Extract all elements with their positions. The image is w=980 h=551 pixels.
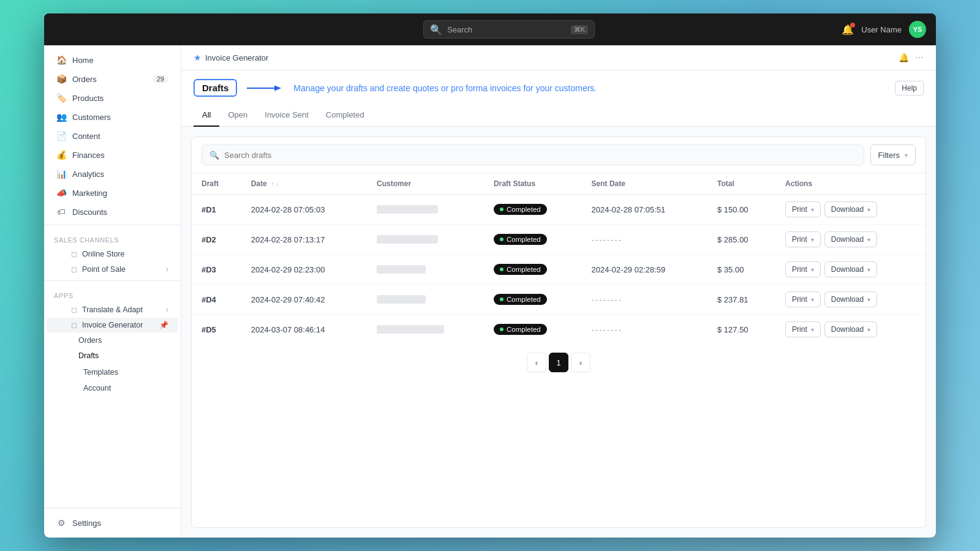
home-icon: 🏠 bbox=[56, 55, 66, 65]
sidebar-item-invoice-generator[interactable]: ◻ Invoice Generator 📌 bbox=[47, 318, 178, 332]
sidebar-item-translate-adapt[interactable]: ◻ Translate & Adapt › bbox=[47, 302, 178, 317]
sort-asc-icon[interactable]: ↑ bbox=[271, 181, 274, 187]
table-body: #D1 2024-02-28 07:05:03 Completed 2024-0… bbox=[192, 195, 925, 345]
draft-actions: Print ▾ Download ▾ bbox=[775, 195, 925, 225]
draft-date: 2024-03-07 08:46:14 bbox=[241, 315, 367, 345]
page-header-left: ★ Invoice Generator bbox=[194, 53, 268, 62]
print-button[interactable]: Print ▾ bbox=[785, 201, 821, 217]
sidebar-item-discounts[interactable]: 🏷 Discounts bbox=[47, 203, 178, 221]
sidebar-item-templates[interactable]: Templates bbox=[44, 364, 181, 380]
draft-status: Completed bbox=[484, 285, 582, 315]
search-input[interactable] bbox=[224, 151, 856, 160]
tab-open[interactable]: Open bbox=[219, 104, 256, 127]
sidebar-item-analytics[interactable]: 📊 Analytics bbox=[47, 165, 178, 183]
sidebar-item-label: Customers bbox=[72, 113, 168, 122]
tab-all[interactable]: All bbox=[194, 104, 219, 127]
status-dot bbox=[500, 298, 503, 301]
filters-button[interactable]: Filters ▾ bbox=[870, 144, 916, 165]
draft-total: $ 237.81 bbox=[707, 285, 775, 315]
sent-date-value: 2024-02-29 02:28:59 bbox=[592, 265, 666, 274]
draft-total: $ 150.00 bbox=[707, 195, 775, 225]
sidebar-item-marketing[interactable]: 📣 Marketing bbox=[47, 184, 178, 202]
download-button[interactable]: Download ▾ bbox=[824, 291, 877, 307]
draft-actions: Print ▾ Download ▾ bbox=[775, 225, 925, 255]
pagination-next[interactable]: › bbox=[571, 353, 590, 372]
search-input-wrap[interactable]: 🔍 bbox=[202, 144, 864, 165]
print-button[interactable]: Print ▾ bbox=[785, 291, 821, 307]
notification-bell[interactable]: 🔔 bbox=[842, 24, 854, 36]
draft-date: 2024-02-28 07:13:17 bbox=[241, 225, 367, 255]
draft-status: Completed bbox=[484, 195, 582, 225]
orders-sub-label: Orders bbox=[78, 336, 102, 345]
pagination-prev[interactable]: ‹ bbox=[527, 353, 546, 372]
draft-id: #D5 bbox=[192, 315, 241, 345]
col-customer: Customer bbox=[367, 173, 484, 195]
draft-customer bbox=[367, 285, 484, 315]
sidebar-item-point-of-sale[interactable]: ◻ Point of Sale › bbox=[47, 262, 178, 277]
sidebar-item-label: Marketing bbox=[72, 189, 168, 198]
sent-date: -------- bbox=[582, 315, 707, 345]
chevron-right-icon-2: › bbox=[166, 305, 168, 314]
sidebar-item-orders[interactable]: 📦 Orders 29 bbox=[47, 70, 178, 88]
sort-icons[interactable]: ↑ ↓ bbox=[271, 181, 279, 187]
sent-date-value: 2024-02-28 07:05:51 bbox=[592, 205, 666, 214]
tab-invoice-sent[interactable]: Invoice Sent bbox=[256, 104, 317, 127]
global-search[interactable]: 🔍 Search ⌘K bbox=[423, 20, 595, 39]
table-toolbar: 🔍 Filters ▾ bbox=[192, 137, 925, 173]
download-button[interactable]: Download ▾ bbox=[824, 261, 877, 277]
sales-channels-section: Sales channels bbox=[44, 229, 181, 246]
drafts-table: Draft Date ↑ ↓ Customer Draft Status Sen… bbox=[192, 173, 925, 344]
sidebar-item-drafts-sub[interactable]: Drafts bbox=[47, 348, 178, 363]
search-small-icon: 🔍 bbox=[209, 151, 219, 160]
sidebar-item-content[interactable]: 📄 Content bbox=[47, 127, 178, 145]
sidebar-item-settings[interactable]: ⚙ Settings bbox=[47, 514, 178, 532]
sidebar-item-account[interactable]: Account bbox=[44, 380, 181, 395]
table-row: #D1 2024-02-28 07:05:03 Completed 2024-0… bbox=[192, 195, 925, 225]
print-button[interactable]: Print ▾ bbox=[785, 321, 821, 337]
filters-label: Filters bbox=[878, 151, 900, 160]
discounts-icon: 🏷 bbox=[56, 207, 66, 217]
sidebar-item-finances[interactable]: 💰 Finances bbox=[47, 146, 178, 164]
pagination-page-1[interactable]: 1 bbox=[549, 353, 568, 372]
sidebar-item-home[interactable]: 🏠 Home bbox=[47, 51, 178, 69]
print-button[interactable]: Print ▾ bbox=[785, 231, 821, 247]
download-label: Download bbox=[831, 235, 864, 244]
sort-desc-icon[interactable]: ↓ bbox=[276, 181, 279, 187]
account-label: Account bbox=[83, 384, 111, 392]
help-button[interactable]: Help bbox=[895, 81, 924, 96]
draft-customer bbox=[367, 195, 484, 225]
sent-date-dashes: -------- bbox=[592, 325, 623, 334]
settings-label: Settings bbox=[72, 519, 168, 528]
draft-status: Completed bbox=[484, 225, 582, 255]
download-button[interactable]: Download ▾ bbox=[824, 321, 877, 337]
sent-date: -------- bbox=[582, 285, 707, 315]
more-icon[interactable]: ⋯ bbox=[915, 53, 924, 62]
download-button[interactable]: Download ▾ bbox=[824, 231, 877, 247]
print-label: Print bbox=[792, 205, 807, 214]
drafts-sub-label: Drafts bbox=[78, 351, 99, 360]
download-button[interactable]: Download ▾ bbox=[824, 201, 877, 217]
avatar[interactable]: YS bbox=[909, 21, 926, 38]
sidebar-item-products[interactable]: 🏷️ Products bbox=[47, 89, 178, 107]
tab-completed[interactable]: Completed bbox=[317, 104, 373, 127]
sidebar-item-orders-sub[interactable]: Orders bbox=[47, 333, 178, 348]
col-draft-status: Draft Status bbox=[484, 173, 582, 195]
invoice-generator-header: ★ Invoice Generator bbox=[194, 53, 268, 62]
sidebar-item-label: Orders bbox=[72, 75, 146, 84]
draft-customer bbox=[367, 255, 484, 285]
draft-actions: Print ▾ Download ▾ bbox=[775, 315, 925, 345]
table-row: #D3 2024-02-29 02:23:00 Completed 2024-0… bbox=[192, 255, 925, 285]
sidebar-item-online-store[interactable]: ◻ Online Store bbox=[47, 247, 178, 261]
orders-icon: 📦 bbox=[56, 74, 66, 84]
status-dot bbox=[500, 268, 503, 271]
col-actions: Actions bbox=[775, 173, 925, 195]
customer-name bbox=[377, 235, 438, 244]
sent-date: 2024-02-29 02:28:59 bbox=[582, 255, 707, 285]
sidebar-item-customers[interactable]: 👥 Customers bbox=[47, 108, 178, 126]
bell-icon[interactable]: 🔔 bbox=[899, 53, 909, 62]
print-button[interactable]: Print ▾ bbox=[785, 261, 821, 277]
table-row: #D4 2024-02-29 07:40:42 Completed ------… bbox=[192, 285, 925, 315]
download-chevron-icon: ▾ bbox=[867, 296, 870, 303]
drafts-description: Manage your drafts and create quotes or … bbox=[293, 83, 597, 93]
action-group: Print ▾ Download ▾ bbox=[785, 291, 916, 307]
